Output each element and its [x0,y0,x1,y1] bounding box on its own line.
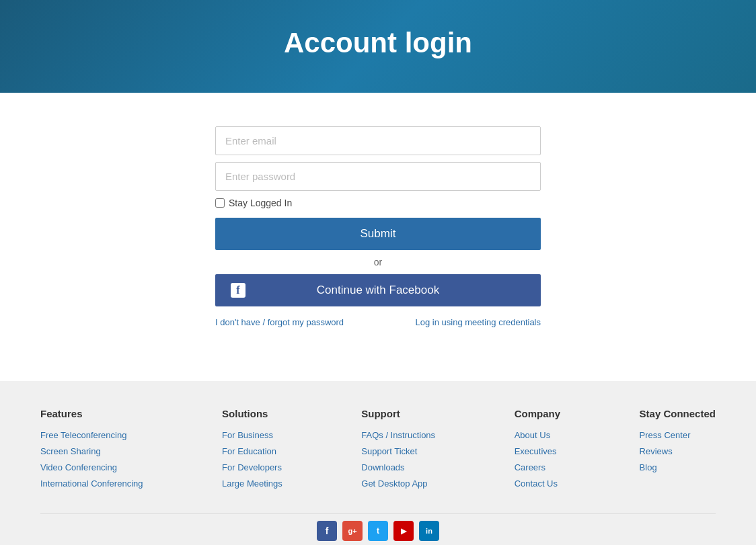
footer-link-developers[interactable]: For Developers [222,462,282,472]
main-content: Stay Logged In Submit or f Continue with… [0,93,756,381]
facebook-icon: f [231,283,245,298]
footer-link-faqs[interactable]: FAQs / Instructions [361,430,435,440]
footer-link-reviews[interactable]: Reviews [640,446,673,456]
footer-list-company: About Us Executives Careers Contact Us [515,429,560,489]
password-field[interactable] [215,162,541,191]
footer-col-solutions: Solutions For Business For Education For… [222,408,282,493]
footer-link-executives[interactable]: Executives [515,446,557,456]
footer-heading-solutions: Solutions [222,408,282,419]
login-form: Stay Logged In Submit or f Continue with… [215,126,541,327]
footer-col-support: Support FAQs / Instructions Support Tick… [361,408,435,493]
footer-columns: Features Free Teleconferencing Screen Sh… [40,408,716,493]
footer-list-stay-connected: Press Center Reviews Blog [640,429,716,473]
footer-link-downloads[interactable]: Downloads [361,462,404,472]
page-title: Account login [13,27,743,59]
footer-heading-support: Support [361,408,435,419]
social-linkedin-icon[interactable]: in [419,521,439,541]
footer-col-stay-connected: Stay Connected Press Center Reviews Blog [640,408,716,493]
footer-link-careers[interactable]: Careers [515,462,545,472]
footer-link-education[interactable]: For Education [222,446,276,456]
social-youtube-icon[interactable]: ▶ [393,521,414,541]
forgot-password-link[interactable]: I don't have / forgot my password [215,317,344,327]
footer-link-screen-sharing[interactable]: Screen Sharing [40,446,101,456]
footer-link-blog[interactable]: Blog [640,462,657,472]
bottom-links-row: I don't have / forgot my password Log in… [215,317,541,327]
social-twitter-icon[interactable]: t [368,521,388,541]
footer-col-features: Features Free Teleconferencing Screen Sh… [40,408,143,493]
footer-link-business[interactable]: For Business [222,430,273,440]
social-google-plus-icon[interactable]: g+ [342,521,363,541]
footer-list-features: Free Teleconferencing Screen Sharing Vid… [40,429,143,489]
footer-list-support: FAQs / Instructions Support Ticket Downl… [361,429,435,489]
facebook-button[interactable]: f Continue with Facebook [215,274,541,306]
footer-link-press-center[interactable]: Press Center [640,430,691,440]
footer-link-international[interactable]: International Conferencing [40,478,143,489]
remember-label: Stay Logged In [229,198,292,208]
social-facebook-icon[interactable]: f [317,521,337,541]
facebook-button-label: Continue with Facebook [225,284,531,297]
footer-link-support-ticket[interactable]: Support Ticket [361,446,417,456]
footer-heading-stay-connected: Stay Connected [640,408,716,419]
social-icons-row: f g+ t ▶ in [40,513,716,541]
footer-link-about-us[interactable]: About Us [515,430,550,440]
or-divider: or [215,257,541,267]
footer-link-contact[interactable]: Contact Us [515,478,558,489]
footer-link-large-meetings[interactable]: Large Meetings [222,478,282,489]
footer-col-company: Company About Us Executives Careers Cont… [515,408,560,493]
footer-link-video-conferencing[interactable]: Video Conferencing [40,462,117,472]
footer-link-teleconferencing[interactable]: Free Teleconferencing [40,430,126,440]
remember-checkbox[interactable] [215,198,225,208]
facebook-icon-area: f [225,283,252,298]
meeting-credentials-link[interactable]: Log in using meeting credentials [416,317,541,327]
footer-heading-features: Features [40,408,143,419]
submit-button[interactable]: Submit [215,218,541,250]
footer: Features Free Teleconferencing Screen Sh… [0,381,756,545]
footer-heading-company: Company [515,408,560,419]
email-field[interactable] [215,126,541,155]
remember-row: Stay Logged In [215,198,541,208]
footer-list-solutions: For Business For Education For Developer… [222,429,282,489]
page-header: Account login [0,0,756,93]
footer-link-desktop-app[interactable]: Get Desktop App [361,478,427,489]
